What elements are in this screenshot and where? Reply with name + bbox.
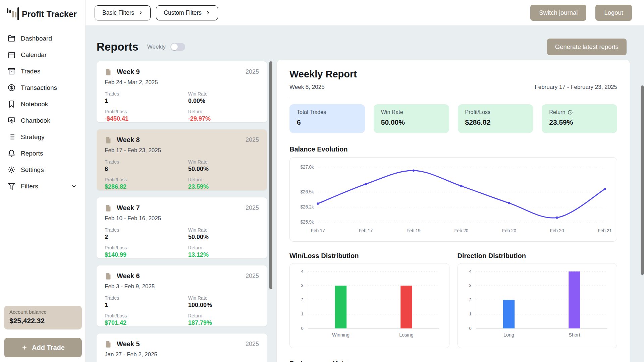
chevron-right-icon (138, 10, 143, 15)
svg-text:$26.2k: $26.2k (300, 204, 314, 209)
pl-label: Profit/Loss (105, 313, 188, 318)
win-rate-label: Win Rate (188, 91, 259, 97)
win-rate-label: Win Rate (188, 295, 259, 301)
logout-button[interactable]: Logout (595, 5, 632, 21)
sidebar-item-transactions[interactable]: Transactions (0, 79, 85, 96)
switch-journal-button[interactable]: Switch journal (530, 5, 586, 21)
stat-value: $286.82 (465, 118, 526, 126)
basic-filters-button[interactable]: Basic Filters (95, 5, 151, 20)
file-icon (105, 204, 112, 212)
archive-icon (7, 67, 16, 75)
svg-text:$25.9k: $25.9k (300, 220, 314, 225)
week-card-week8[interactable]: Week 8 2025 Feb 17 - Feb 23, 2025 Trades… (97, 129, 267, 190)
svg-text:2: 2 (301, 297, 304, 302)
stat-label: Total Trades (297, 109, 326, 115)
file-icon (105, 68, 112, 76)
svg-text:Feb 20: Feb 20 (502, 228, 516, 233)
svg-text:Short: Short (569, 332, 580, 338)
plus-icon (21, 344, 28, 351)
stat-label: Win Rate (381, 109, 403, 115)
week-title: Week 6 (117, 272, 140, 280)
svg-text:Long: Long (503, 332, 514, 338)
stat-value: 6 (297, 118, 358, 126)
week-list-scrollbar (269, 61, 272, 362)
svg-text:Feb 17: Feb 17 (311, 228, 325, 233)
winloss-section: Win/Loss Distribution 01234WinningLosing (289, 251, 449, 348)
week-card-week5[interactable]: Week 5 2025 Jan 27 - Feb 2, 2025 (97, 334, 267, 362)
svg-text:4: 4 (301, 269, 304, 274)
sidebar-item-dashboard[interactable]: Dashboard (0, 30, 85, 47)
sidebar-item-trades[interactable]: Trades (0, 63, 85, 79)
week-year: 2025 (246, 273, 259, 280)
custom-filters-label: Custom Filters (164, 9, 202, 16)
stat-card-profit-loss: Profit/Loss $286.82 (458, 104, 533, 133)
week-card-week7[interactable]: Week 7 2025 Feb 10 - Feb 16, 2025 Trades… (97, 197, 267, 258)
week-range: Feb 10 - Feb 16, 2025 (105, 215, 259, 222)
direction-chart: 01234LongShort (458, 263, 618, 348)
return-label: Return (188, 313, 259, 318)
sidebar-item-label: Trades (21, 68, 40, 75)
trades-label: Trades (105, 227, 188, 233)
trades-value: 2 (105, 234, 188, 241)
list-icon (7, 133, 16, 141)
trades-label: Trades (105, 295, 188, 301)
add-trade-button[interactable]: Add Trade (4, 338, 82, 357)
sidebar-item-settings[interactable]: Settings (0, 162, 85, 178)
win-rate-value: 100.00% (188, 302, 259, 309)
sidebar-item-label: Calendar (21, 51, 47, 59)
window-scrollbar-thumb[interactable] (641, 85, 644, 275)
win-rate-label: Win Rate (188, 227, 259, 233)
svg-text:Feb 19: Feb 19 (407, 228, 421, 233)
account-balance-label: Account balance (9, 309, 76, 315)
svg-text:0: 0 (301, 325, 304, 330)
week-title: Week 8 (117, 136, 140, 144)
stat-value: 50.00% (381, 118, 442, 126)
generate-reports-button[interactable]: Generate latest reports (547, 39, 627, 55)
topbar: Basic Filters Custom Filters Switch jour… (86, 0, 644, 26)
weekly-toggle-label: Weekly (147, 44, 166, 50)
week-year: 2025 (246, 68, 259, 75)
sidebar-item-filters[interactable]: Filters (0, 178, 85, 194)
file-icon (105, 273, 112, 280)
stat-card-total-trades: Total Trades 6 (289, 104, 365, 133)
sidebar-item-notebook[interactable]: Notebook (0, 96, 85, 112)
week-card-week6[interactable]: Week 6 2025 Feb 3 - Feb 9, 2025 Trades1 … (97, 265, 267, 326)
week-year: 2025 (246, 341, 259, 348)
week-title: Week 7 (117, 204, 140, 212)
sidebar-nav: Dashboard Calendar Trades Transactions N… (0, 30, 85, 194)
week-card-week9[interactable]: Week 9 2025 Feb 24 - Mar 2, 2025 Trades1… (97, 61, 267, 122)
sidebar-item-label: Transactions (21, 84, 57, 92)
svg-text:Feb 20: Feb 20 (550, 228, 564, 233)
presentation-chart-icon (7, 116, 16, 125)
week-list-scrollbar-thumb[interactable] (269, 61, 272, 289)
win-rate-label: Win Rate (188, 159, 259, 165)
stat-card-return: Return 23.59% (542, 104, 617, 133)
custom-filters-button[interactable]: Custom Filters (156, 5, 218, 20)
report-title: Weekly Report (289, 68, 617, 80)
svg-text:Losing: Losing (399, 332, 413, 338)
file-icon (105, 136, 112, 144)
file-icon (105, 341, 112, 348)
pl-label: Profit/Loss (105, 109, 188, 114)
sidebar-item-chartbook[interactable]: Chartbook (0, 112, 85, 129)
sidebar-item-strategy[interactable]: Strategy (0, 129, 85, 145)
winloss-chart: 01234WinningLosing (289, 263, 449, 348)
stat-label: Profit/Loss (465, 109, 491, 115)
return-value: 187.79% (188, 319, 259, 326)
info-icon[interactable] (568, 110, 573, 115)
week-range: Feb 24 - Mar 2, 2025 (105, 79, 259, 86)
page-title: Reports (97, 41, 139, 53)
weekly-toggle[interactable] (170, 43, 185, 51)
week-range: Jan 27 - Feb 2, 2025 (105, 351, 259, 358)
report-date-range: February 17 - February 23, 2025 (535, 84, 617, 91)
add-trade-label: Add Trade (32, 344, 65, 352)
winloss-heading: Win/Loss Distribution (289, 251, 449, 260)
sidebar-item-reports[interactable]: Reports (0, 145, 85, 162)
pl-value: -$450.41 (105, 115, 188, 122)
app-logo: Profit Tracker (0, 0, 85, 21)
toggle-knob (171, 44, 178, 50)
balance-evolution-heading: Balance Evolution (289, 144, 617, 154)
sidebar-item-calendar[interactable]: Calendar (0, 47, 85, 63)
bell-icon (7, 149, 16, 158)
svg-text:$27.0k: $27.0k (300, 164, 314, 169)
